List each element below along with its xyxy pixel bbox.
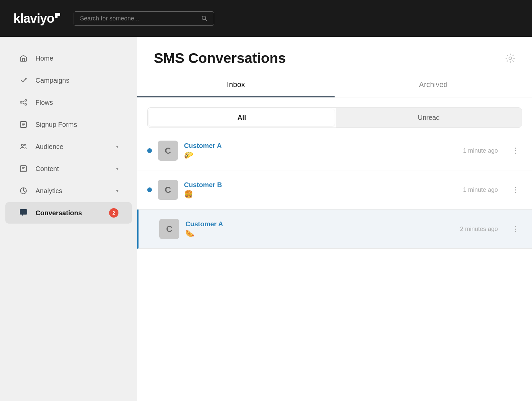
avatar: C <box>158 180 178 200</box>
sidebar-item-conversations[interactable]: Conversations 2 <box>5 202 132 224</box>
search-bar <box>74 11 214 26</box>
sidebar-item-flows-label: Flows <box>35 99 118 106</box>
analytics-icon <box>19 186 28 195</box>
tab-inbox[interactable]: Inbox <box>137 73 335 97</box>
sidebar-item-audience[interactable]: Audience ▾ <box>5 136 132 157</box>
sidebar-item-forms-label: Signup Forms <box>35 121 118 129</box>
conversation-preview: 🍔 <box>184 190 457 199</box>
topnav: klaviyo <box>0 0 532 37</box>
sidebar-item-home[interactable]: Home <box>5 48 132 69</box>
tabs-bar: Inbox Archived <box>137 73 532 97</box>
conversation-time: 2 minutes ago <box>460 226 498 233</box>
conversation-info: Customer B 🍔 <box>184 181 457 199</box>
conversations-badge: 2 <box>109 208 118 218</box>
conversation-time: 1 minute ago <box>463 147 498 154</box>
filter-bar: All Unread <box>147 107 522 128</box>
filter-all-button[interactable]: All <box>149 109 335 126</box>
logo: klaviyo <box>13 11 60 26</box>
sidebar-item-analytics[interactable]: Analytics ▾ <box>5 180 132 202</box>
avatar: C <box>159 219 179 239</box>
svg-point-4 <box>25 100 27 101</box>
settings-button[interactable] <box>505 53 515 63</box>
sidebar-item-conversations-label: Conversations <box>35 209 102 217</box>
conversation-info: Customer A 🌮 <box>184 142 457 160</box>
conversation-item-2[interactable]: C Customer B 🍔 1 minute ago ⋮ <box>137 170 532 210</box>
svg-point-5 <box>25 104 27 105</box>
sidebar-item-flows[interactable]: Flows <box>5 92 132 113</box>
sidebar-item-content-label: Content <box>35 165 109 173</box>
customer-name: Customer B <box>184 181 457 189</box>
sidebar-item-signup-forms[interactable]: Signup Forms <box>5 114 132 135</box>
svg-point-12 <box>21 144 23 146</box>
conversation-preview: 🌮 <box>184 151 457 160</box>
filter-unread-button[interactable]: Unread <box>336 108 522 128</box>
conversation-list: C Customer A 🌮 1 minute ago ⋮ C Customer… <box>137 131 532 401</box>
flows-icon <box>19 98 28 107</box>
svg-point-20 <box>509 57 512 60</box>
audience-icon <box>19 142 28 151</box>
more-options-button[interactable]: ⋮ <box>509 223 522 235</box>
conversations-icon <box>19 208 28 218</box>
more-options-button[interactable]: ⋮ <box>509 184 522 195</box>
unread-indicator <box>147 148 152 153</box>
conversation-item-3[interactable]: C Customer A 🌭 2 minutes ago ⋮ <box>137 210 532 249</box>
tab-archived[interactable]: Archived <box>335 73 532 97</box>
chevron-down-icon: ▾ <box>116 144 118 149</box>
conversation-item-1[interactable]: C Customer A 🌮 1 minute ago ⋮ <box>137 131 532 170</box>
avatar: C <box>158 141 178 161</box>
content-icon <box>19 164 28 173</box>
chevron-down-icon: ▾ <box>116 166 118 171</box>
main-header: SMS Conversations <box>137 37 532 73</box>
svg-line-1 <box>205 19 207 21</box>
conversation-info: Customer A 🌭 <box>185 220 454 238</box>
forms-icon <box>19 120 28 129</box>
sidebar-item-analytics-label: Analytics <box>35 187 109 195</box>
logo-flag <box>55 13 60 18</box>
sidebar-item-campaigns[interactable]: Campaigns <box>5 70 132 91</box>
conversation-preview: 🌭 <box>185 229 454 238</box>
svg-point-13 <box>24 145 26 146</box>
svg-rect-19 <box>20 209 27 215</box>
sidebar-item-home-label: Home <box>35 55 118 62</box>
customer-name: Customer A <box>185 220 454 228</box>
sidebar-item-content[interactable]: Content ▾ <box>5 158 132 179</box>
svg-line-7 <box>22 103 25 104</box>
search-icon <box>201 15 208 22</box>
svg-point-3 <box>20 102 22 103</box>
sidebar-item-audience-label: Audience <box>35 143 109 151</box>
main-content: SMS Conversations Inbox Archived All Unr… <box>137 37 532 401</box>
app-layout: Home Campaigns Flows <box>0 37 532 401</box>
conversation-time: 1 minute ago <box>463 186 498 193</box>
more-options-button[interactable]: ⋮ <box>509 145 522 156</box>
campaigns-icon <box>19 76 28 85</box>
chevron-down-icon: ▾ <box>116 188 118 193</box>
home-icon <box>19 54 28 63</box>
page-title: SMS Conversations <box>154 50 286 66</box>
svg-line-6 <box>22 101 25 102</box>
customer-name: Customer A <box>184 142 457 150</box>
sidebar: Home Campaigns Flows <box>0 37 137 401</box>
sidebar-item-campaigns-label: Campaigns <box>35 77 118 84</box>
unread-indicator <box>147 187 152 192</box>
search-input[interactable] <box>80 15 198 22</box>
